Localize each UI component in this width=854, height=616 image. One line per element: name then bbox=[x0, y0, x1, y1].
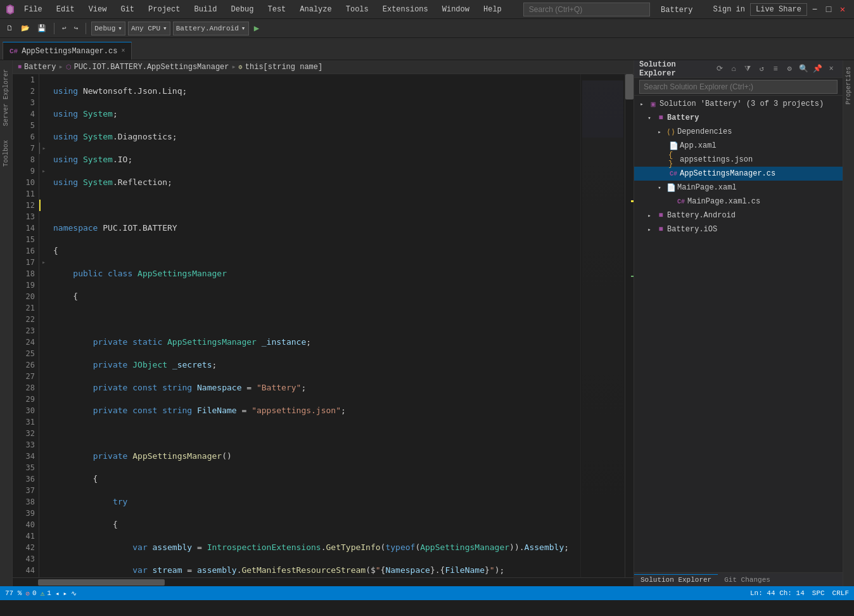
debug-config-dropdown[interactable]: Debug ▾ bbox=[91, 22, 125, 35]
breadcrumb-member[interactable]: this[string name] bbox=[245, 63, 322, 72]
startup-project-dropdown[interactable]: Battery.Android ▾ bbox=[173, 22, 249, 35]
ios-label: Battery.iOS bbox=[667, 225, 717, 234]
battery-label: Battery bbox=[667, 113, 699, 122]
se-search-icon-button[interactable]: 🔍 bbox=[797, 63, 810, 75]
menu-analyze[interactable]: Analyze bbox=[295, 4, 336, 15]
tree-item-mainpagecs[interactable]: C# MainPage.xaml.cs bbox=[634, 195, 843, 209]
expand-icon-solution: ▸ bbox=[637, 99, 647, 109]
menu-test[interactable]: Test bbox=[263, 4, 291, 15]
tree-item-mainpage[interactable]: ▾ 📄 MainPage.xaml bbox=[634, 181, 843, 195]
menu-debug[interactable]: Debug bbox=[226, 4, 258, 15]
start-debug-icon[interactable]: ▶ bbox=[252, 22, 262, 35]
horizontal-scrollbar[interactable] bbox=[13, 577, 634, 586]
breadcrumb-ns-icon: ⬡ bbox=[66, 63, 72, 71]
tree-item-appsettingsmanager[interactable]: C# AppSettingsManager.cs bbox=[634, 167, 843, 181]
tree-item-battery[interactable]: ▾ ■ Battery bbox=[634, 111, 843, 125]
solution-label: Solution 'Battery' (3 of 3 projects) bbox=[660, 99, 824, 108]
se-filter-button[interactable]: ⧩ bbox=[741, 63, 754, 75]
menu-window[interactable]: Window bbox=[437, 4, 475, 15]
status-line-ending[interactable]: CRLF bbox=[832, 589, 849, 597]
line-numbers: 1234567891011121314151617181920212223242… bbox=[13, 74, 39, 577]
solution-explorer: Solution Explorer ⟳ ⌂ ⧩ ↺ ≡ ⚙ 🔍 📌 × ▸ ▣ bbox=[634, 60, 843, 586]
se-header: Solution Explorer ⟳ ⌂ ⧩ ↺ ≡ ⚙ 🔍 📌 × bbox=[634, 60, 843, 78]
tree-item-appsettings[interactable]: { } appsettings.json bbox=[634, 153, 843, 167]
breadcrumb-project[interactable]: Battery bbox=[24, 63, 56, 72]
se-bottom-tabs: Solution Explorer Git Changes bbox=[634, 572, 843, 586]
expand-icon-android: ▸ bbox=[644, 210, 654, 221]
tree-item-android[interactable]: ▸ ■ Battery.Android bbox=[634, 209, 843, 222]
se-refresh-button[interactable]: ↺ bbox=[755, 63, 768, 75]
maximize-button[interactable]: □ bbox=[822, 3, 835, 16]
status-right: Ln: 44 Ch: 14 SPC CRLF bbox=[750, 589, 849, 597]
menu-build[interactable]: Build bbox=[189, 4, 222, 15]
status-zoom[interactable]: 77 % bbox=[5, 589, 22, 597]
toolbox-tab[interactable]: Toolbox bbox=[1, 136, 11, 170]
undo-icon[interactable]: ↩ bbox=[60, 23, 69, 34]
asm-label: AppSettingsManager.cs bbox=[680, 169, 775, 178]
se-toolbar: ⟳ ⌂ ⧩ ↺ ≡ ⚙ 🔍 📌 × bbox=[713, 63, 838, 75]
se-pin-button[interactable]: 📌 bbox=[811, 63, 824, 75]
menu-edit[interactable]: Edit bbox=[51, 4, 80, 15]
se-settings-button[interactable]: ⚙ bbox=[783, 63, 796, 75]
menu-file[interactable]: File bbox=[19, 4, 48, 15]
solution-icon: ▣ bbox=[648, 99, 658, 109]
ios-project-icon: ■ bbox=[656, 224, 666, 234]
dependencies-icon: ⟨⟩ bbox=[666, 127, 676, 137]
chevron-down-icon: ▾ bbox=[118, 24, 122, 32]
toolbar: 🗋 📂 💾 ↩ ↪ Debug ▾ Any CPU ▾ Battery.Andr… bbox=[0, 19, 854, 38]
menu-extensions[interactable]: Extensions bbox=[378, 4, 433, 15]
properties-tab[interactable]: Properties bbox=[844, 63, 853, 108]
redo-icon[interactable]: ↪ bbox=[72, 23, 81, 34]
error-icon: ⊘ bbox=[25, 589, 30, 598]
code-container: 1234567891011121314151617181920212223242… bbox=[13, 74, 634, 577]
live-share-button[interactable]: Live Share bbox=[750, 3, 807, 16]
se-collapse-button[interactable]: ≡ bbox=[769, 63, 782, 75]
line-num-block: 1234567891011121314151617181920212223242… bbox=[15, 74, 35, 577]
vertical-scrollbar[interactable] bbox=[625, 74, 634, 577]
tab-appsettingsmanager[interactable]: C# AppSettingsManager.cs × bbox=[3, 42, 132, 60]
new-project-icon[interactable]: 🗋 bbox=[4, 23, 16, 34]
menu-tools[interactable]: Tools bbox=[341, 4, 374, 15]
android-project-icon: ■ bbox=[656, 210, 666, 221]
minimize-button[interactable]: − bbox=[808, 3, 821, 16]
se-home-button[interactable]: ⌂ bbox=[727, 63, 740, 75]
menu-help[interactable]: Help bbox=[478, 4, 507, 15]
tab-close-button[interactable]: × bbox=[121, 48, 125, 55]
status-forward[interactable]: ▸ bbox=[63, 589, 68, 598]
close-button[interactable]: ✕ bbox=[836, 3, 849, 16]
platform-dropdown[interactable]: Any CPU ▾ bbox=[128, 22, 170, 35]
menu-project[interactable]: Project bbox=[143, 4, 185, 15]
se-close-button[interactable]: × bbox=[825, 63, 838, 75]
signin-button[interactable]: Sign in bbox=[710, 4, 749, 15]
tree-item-ios[interactable]: ▸ ■ Battery.iOS bbox=[634, 222, 843, 236]
server-explorer-tab[interactable]: Server Explorer bbox=[1, 65, 11, 130]
minimap[interactable] bbox=[580, 74, 625, 577]
status-position[interactable]: Ln: 44 Ch: 14 bbox=[750, 589, 805, 597]
status-back[interactable]: ◂ bbox=[55, 589, 60, 598]
tree-item-appxaml[interactable]: 📄 App.xaml bbox=[634, 139, 843, 153]
title-bar-right: Sign in Live Share − □ ✕ bbox=[710, 3, 849, 16]
tree-item-dependencies[interactable]: ▸ ⟨⟩ Dependencies bbox=[634, 125, 843, 139]
chevron-down-icon-3: ▾ bbox=[241, 24, 246, 32]
menu-view[interactable]: View bbox=[84, 4, 112, 15]
save-icon[interactable]: 💾 bbox=[35, 23, 49, 34]
status-errors[interactable]: ⊘ 0 bbox=[25, 589, 36, 598]
left-sidebar: Server Explorer Toolbox bbox=[0, 60, 13, 586]
se-tab-solution-explorer[interactable]: Solution Explorer bbox=[634, 574, 718, 585]
h-scrollbar-thumb[interactable] bbox=[38, 579, 165, 586]
status-encoding[interactable]: SPC bbox=[812, 589, 825, 597]
status-nav-indicator[interactable]: ∿ bbox=[71, 589, 77, 598]
title-bar: File Edit View Git Project Build Debug T… bbox=[0, 0, 854, 19]
menu-git[interactable]: Git bbox=[115, 4, 139, 15]
se-search-input[interactable] bbox=[639, 80, 838, 94]
status-warnings[interactable]: ⚠ 1 bbox=[41, 589, 51, 598]
global-search-input[interactable] bbox=[523, 3, 650, 16]
expand-icon-asm bbox=[657, 169, 667, 179]
se-tab-git-changes[interactable]: Git Changes bbox=[718, 575, 777, 585]
code-content[interactable]: using Newtonsoft.Json.Linq; using System… bbox=[48, 74, 580, 577]
breadcrumb-project-icon: ■ bbox=[18, 63, 22, 70]
se-sync-button[interactable]: ⟳ bbox=[713, 63, 726, 75]
tree-item-solution[interactable]: ▸ ▣ Solution 'Battery' (3 of 3 projects) bbox=[634, 97, 843, 111]
open-icon[interactable]: 📂 bbox=[18, 23, 32, 34]
breadcrumb-namespace[interactable]: PUC.IOT.BATTERY.AppSettingsManager bbox=[74, 63, 229, 72]
